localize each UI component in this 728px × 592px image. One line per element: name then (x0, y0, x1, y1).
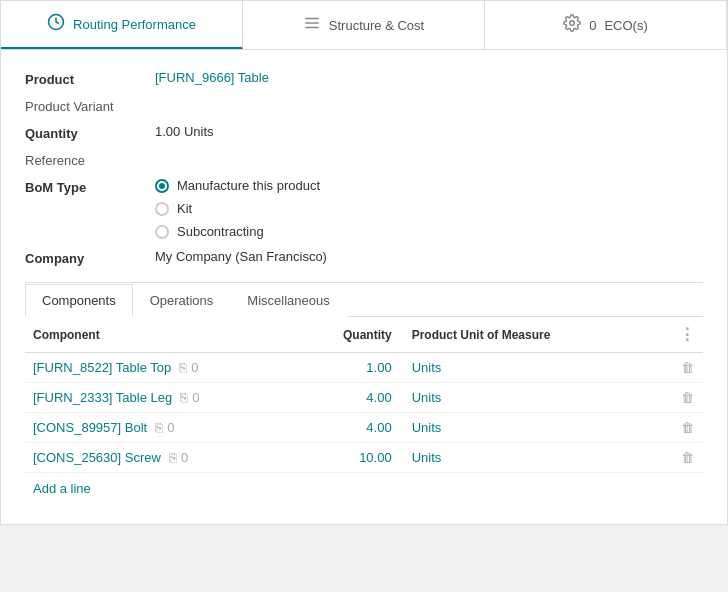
radio-kit-circle (155, 202, 169, 216)
radio-kit-label: Kit (177, 201, 192, 216)
quantity-label: Quantity (25, 124, 155, 141)
cell-component: [CONS_89957] Bolt⎘0 (25, 413, 285, 443)
cell-delete: 🗑 (671, 353, 703, 383)
svg-point-4 (570, 21, 575, 26)
gear-icon (563, 14, 581, 36)
reference-row: Reference (25, 151, 703, 168)
tab-structure-cost[interactable]: Structure & Cost (243, 1, 485, 49)
reference-label: Reference (25, 151, 155, 168)
uom-link[interactable]: Units (412, 390, 442, 405)
menu-icon (303, 14, 321, 36)
tab-miscellaneous[interactable]: Miscellaneous (230, 284, 346, 317)
uom-link[interactable]: Units (412, 360, 442, 375)
delete-icon[interactable]: 🗑 (681, 450, 694, 465)
routing-tab-label: Routing Performance (73, 17, 196, 32)
cell-uom: Units (404, 443, 671, 473)
cell-quantity: 1.00 (285, 353, 404, 383)
header-uom: Product Unit of Measure (404, 317, 671, 353)
eco-count: 0 (589, 18, 596, 33)
header-more: ⋮ (671, 317, 703, 353)
cell-component: [CONS_25630] Screw⎘0 (25, 443, 285, 473)
cell-delete: 🗑 (671, 413, 703, 443)
cell-delete: 🗑 (671, 383, 703, 413)
product-variant-row: Product Variant (25, 97, 703, 114)
table-row: [FURN_8522] Table Top⎘01.00Units🗑 (25, 353, 703, 383)
tab-components[interactable]: Components (25, 284, 133, 317)
cell-delete: 🗑 (671, 443, 703, 473)
company-label: Company (25, 249, 155, 266)
product-label: Product (25, 70, 155, 87)
cell-quantity: 4.00 (285, 383, 404, 413)
radio-subcontracting-circle (155, 225, 169, 239)
structure-tab-label: Structure & Cost (329, 18, 424, 33)
copy-count: 0 (167, 420, 174, 435)
clock-icon (47, 13, 65, 35)
eco-tab-label: ECO(s) (604, 18, 647, 33)
company-row: Company My Company (San Francisco) (25, 249, 703, 266)
tabs-section: Components Operations Miscellaneous Comp… (25, 282, 703, 504)
delete-icon[interactable]: 🗑 (681, 420, 694, 435)
delete-icon[interactable]: 🗑 (681, 360, 694, 375)
form-content: Product [FURN_9666] Table Product Varian… (1, 50, 727, 524)
component-link[interactable]: [FURN_8522] Table Top (33, 360, 171, 375)
copy-icon[interactable]: ⎘ (179, 360, 187, 375)
company-value: My Company (San Francisco) (155, 249, 327, 264)
uom-link[interactable]: Units (412, 450, 442, 465)
copy-count: 0 (181, 450, 188, 465)
table-row: [CONS_89957] Bolt⎘04.00Units🗑 (25, 413, 703, 443)
add-line-button[interactable]: Add a line (25, 473, 99, 504)
product-link[interactable]: [FURN_9666] Table (155, 70, 269, 85)
radio-subcontracting-label: Subcontracting (177, 224, 264, 239)
copy-count: 0 (191, 360, 198, 375)
tab-routing-performance[interactable]: Routing Performance (1, 1, 243, 49)
delete-icon[interactable]: 🗑 (681, 390, 694, 405)
main-container: Routing Performance Structure & Cost 0 (0, 0, 728, 525)
product-value: [FURN_9666] Table (155, 70, 269, 85)
table-header-row: Component Quantity Product Unit of Measu… (25, 317, 703, 353)
header-component: Component (25, 317, 285, 353)
bom-type-label: BoM Type (25, 178, 155, 195)
cell-quantity: 4.00 (285, 413, 404, 443)
copy-icon[interactable]: ⎘ (180, 390, 188, 405)
component-link[interactable]: [FURN_2333] Table Leg (33, 390, 172, 405)
radio-subcontracting[interactable]: Subcontracting (155, 224, 320, 239)
copy-icon[interactable]: ⎘ (169, 450, 177, 465)
component-link[interactable]: [CONS_89957] Bolt (33, 420, 147, 435)
components-table: Component Quantity Product Unit of Measu… (25, 317, 703, 473)
copy-count: 0 (192, 390, 199, 405)
bom-type-options: Manufacture this product Kit Subcontract… (155, 178, 320, 239)
cell-component: [FURN_8522] Table Top⎘0 (25, 353, 285, 383)
header-quantity: Quantity (285, 317, 404, 353)
quantity-value: 1.00 Units (155, 124, 214, 139)
component-link[interactable]: [CONS_25630] Screw (33, 450, 161, 465)
tab-eco[interactable]: 0 ECO(s) (485, 1, 727, 49)
tab-operations[interactable]: Operations (133, 284, 231, 317)
tabs-bar: Components Operations Miscellaneous (25, 283, 703, 317)
product-variant-label: Product Variant (25, 97, 155, 114)
top-nav-tabs: Routing Performance Structure & Cost 0 (1, 1, 727, 50)
radio-manufacture[interactable]: Manufacture this product (155, 178, 320, 193)
cell-uom: Units (404, 353, 671, 383)
radio-manufacture-label: Manufacture this product (177, 178, 320, 193)
cell-quantity: 10.00 (285, 443, 404, 473)
bom-type-row: BoM Type Manufacture this product Kit Su… (25, 178, 703, 239)
radio-kit[interactable]: Kit (155, 201, 320, 216)
radio-manufacture-circle (155, 179, 169, 193)
copy-icon[interactable]: ⎘ (155, 420, 163, 435)
cell-uom: Units (404, 383, 671, 413)
cell-uom: Units (404, 413, 671, 443)
uom-link[interactable]: Units (412, 420, 442, 435)
table-row: [FURN_2333] Table Leg⎘04.00Units🗑 (25, 383, 703, 413)
quantity-row: Quantity 1.00 Units (25, 124, 703, 141)
more-icon: ⋮ (679, 326, 695, 343)
cell-component: [FURN_2333] Table Leg⎘0 (25, 383, 285, 413)
table-row: [CONS_25630] Screw⎘010.00Units🗑 (25, 443, 703, 473)
product-row: Product [FURN_9666] Table (25, 70, 703, 87)
